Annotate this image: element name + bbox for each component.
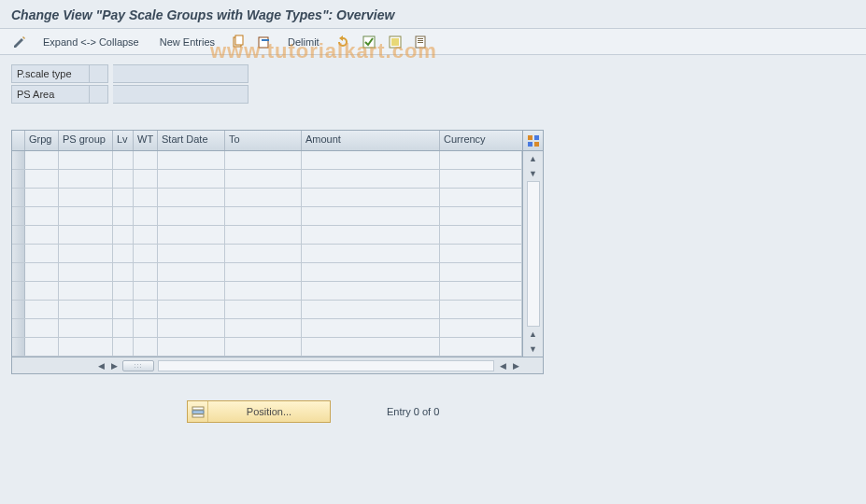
scroll-left-icon[interactable]: ◀: [94, 359, 107, 372]
col-lv[interactable]: Lv: [113, 131, 134, 150]
svg-rect-2: [259, 37, 268, 48]
pscale-type-label: P.scale type: [11, 64, 90, 83]
svg-rect-9: [418, 40, 423, 41]
svg-rect-8: [418, 38, 423, 39]
svg-rect-16: [192, 411, 204, 413]
ps-area-label: PS Area: [11, 85, 90, 104]
col-wt[interactable]: WT: [134, 131, 158, 150]
col-ps-group[interactable]: PS group: [59, 131, 113, 150]
svg-rect-17: [192, 414, 204, 417]
ps-area-desc: [113, 85, 248, 104]
scroll-left-step-icon[interactable]: ◀: [496, 359, 509, 372]
svg-rect-3: [262, 39, 269, 41]
select-all-icon[interactable]: [359, 33, 379, 51]
scroll-down-small-icon[interactable]: ▼: [526, 166, 541, 181]
svg-rect-10: [418, 42, 423, 43]
print-icon[interactable]: [411, 33, 432, 51]
svg-rect-6: [391, 38, 399, 46]
expand-collapse-button[interactable]: Expand <-> Collapse: [35, 36, 147, 48]
table-row[interactable]: [12, 301, 522, 319]
table-rows: [12, 151, 522, 357]
pscale-type-desc: [113, 64, 248, 83]
scrollbar-thumb[interactable]: :::: [122, 360, 154, 371]
entry-status: Entry 0 of 0: [387, 406, 439, 417]
vertical-scrollbar[interactable]: ▲ ▼ ▲ ▼: [522, 151, 543, 357]
scroll-up-small-icon[interactable]: ▲: [526, 327, 541, 342]
table-row[interactable]: [12, 189, 522, 207]
table-row[interactable]: [12, 263, 522, 282]
col-amount[interactable]: Amount: [302, 131, 440, 150]
table-row[interactable]: [12, 170, 522, 189]
svg-rect-12: [534, 135, 539, 140]
col-currency[interactable]: Currency: [440, 131, 522, 150]
table-config-icon[interactable]: [522, 131, 543, 150]
delete-icon[interactable]: [254, 33, 275, 51]
scroll-up-icon[interactable]: ▲: [526, 151, 541, 166]
svg-rect-13: [528, 142, 532, 147]
position-icon: [188, 401, 208, 422]
application-toolbar: Expand <-> Collapse New Entries Delimit: [0, 29, 866, 55]
data-table: Grpg PS group Lv WT Start Date To Amount…: [11, 130, 544, 374]
footer: Position... Entry 0 of 0: [0, 400, 866, 423]
toggle-display-change-icon[interactable]: [9, 33, 30, 51]
new-entries-button[interactable]: New Entries: [152, 36, 222, 48]
row-selector-header[interactable]: [12, 131, 25, 150]
position-button[interactable]: Position...: [187, 400, 331, 423]
col-to[interactable]: To: [225, 131, 302, 150]
table-row[interactable]: [12, 282, 522, 301]
table-row[interactable]: [12, 151, 522, 170]
deselect-all-icon[interactable]: [385, 33, 405, 51]
position-label: Position...: [208, 406, 330, 417]
table-row[interactable]: [12, 319, 522, 338]
svg-rect-11: [528, 135, 532, 140]
col-grpg[interactable]: Grpg: [25, 131, 59, 150]
scroll-down-icon[interactable]: ▼: [526, 342, 541, 357]
table-row[interactable]: [12, 338, 522, 357]
horizontal-scrollbar[interactable]: ◀ ▶ ::: ◀ ▶: [12, 357, 543, 373]
ps-area-code: [90, 85, 108, 104]
delimit-button[interactable]: Delimit: [280, 36, 327, 48]
table-row[interactable]: [12, 245, 522, 263]
copy-icon[interactable]: [228, 33, 248, 51]
col-start-date[interactable]: Start Date: [158, 131, 225, 150]
filter-area: P.scale type PS Area: [0, 55, 866, 111]
scroll-right-step-icon[interactable]: ▶: [107, 359, 121, 372]
table-row[interactable]: [12, 226, 522, 245]
table-row[interactable]: [12, 207, 522, 226]
table-header-row: Grpg PS group Lv WT Start Date To Amount…: [12, 131, 543, 151]
scroll-right-icon[interactable]: ▶: [509, 359, 522, 372]
svg-rect-14: [534, 142, 539, 147]
page-title: Change View "Pay Scale Groups with Wage …: [0, 0, 866, 29]
svg-rect-1: [235, 35, 243, 45]
svg-rect-15: [192, 407, 204, 410]
undo-icon[interactable]: [333, 33, 353, 51]
pscale-type-code: [90, 64, 108, 83]
